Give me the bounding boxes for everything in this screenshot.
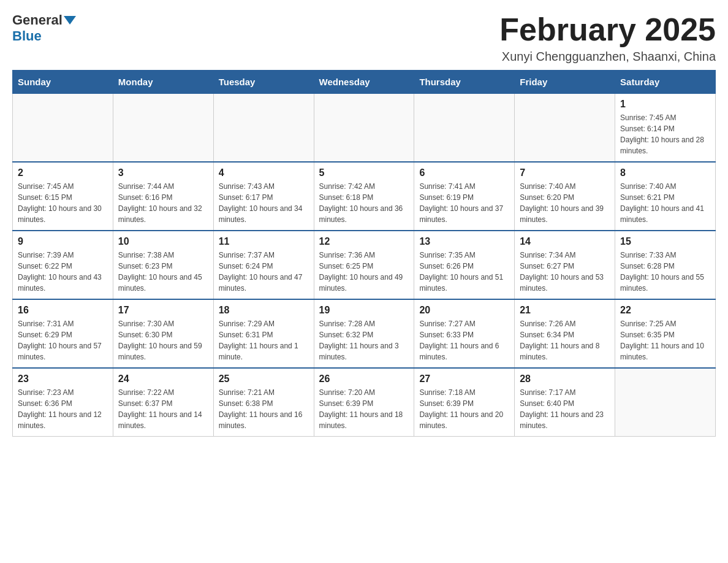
day-number: 11 [219,236,309,247]
day-info: Sunrise: 7:29 AMSunset: 6:31 PMDaylight:… [219,318,309,362]
calendar-cell: 17Sunrise: 7:30 AMSunset: 6:30 PMDayligh… [113,299,213,368]
calendar-cell: 16Sunrise: 7:31 AMSunset: 6:29 PMDayligh… [13,299,113,368]
day-number: 26 [319,373,409,385]
day-info: Sunrise: 7:40 AMSunset: 6:20 PMDaylight:… [520,181,610,225]
calendar-table: SundayMondayTuesdayWednesdayThursdayFrid… [12,70,716,437]
calendar-cell: 18Sunrise: 7:29 AMSunset: 6:31 PMDayligh… [213,299,314,368]
calendar-cell: 28Sunrise: 7:17 AMSunset: 6:40 PMDayligh… [515,368,615,437]
calendar-cell [13,94,113,163]
logo-general-text: General [12,12,63,28]
day-info: Sunrise: 7:23 AMSunset: 6:36 PMDaylight:… [18,387,108,431]
calendar-cell: 27Sunrise: 7:18 AMSunset: 6:39 PMDayligh… [414,368,515,437]
day-number: 27 [419,373,509,385]
day-number: 4 [219,167,309,178]
weekday-header-saturday: Saturday [615,71,716,94]
day-info: Sunrise: 7:42 AMSunset: 6:18 PMDaylight:… [319,181,409,225]
day-info: Sunrise: 7:39 AMSunset: 6:22 PMDaylight:… [18,250,108,294]
calendar-cell: 2Sunrise: 7:45 AMSunset: 6:15 PMDaylight… [13,162,113,231]
calendar-cell [314,94,414,163]
logo-blue-text: Blue [12,28,42,44]
weekday-header-sunday: Sunday [13,71,113,94]
day-info: Sunrise: 7:33 AMSunset: 6:28 PMDaylight:… [620,250,710,294]
calendar-cell: 23Sunrise: 7:23 AMSunset: 6:36 PMDayligh… [13,368,113,437]
day-number: 8 [620,167,710,178]
calendar-cell: 26Sunrise: 7:20 AMSunset: 6:39 PMDayligh… [314,368,414,437]
day-number: 28 [520,373,610,385]
day-info: Sunrise: 7:43 AMSunset: 6:17 PMDaylight:… [219,181,309,225]
calendar-cell: 7Sunrise: 7:40 AMSunset: 6:20 PMDaylight… [515,162,615,231]
day-info: Sunrise: 7:27 AMSunset: 6:33 PMDaylight:… [419,318,509,362]
calendar-cell: 6Sunrise: 7:41 AMSunset: 6:19 PMDaylight… [414,162,515,231]
day-number: 15 [620,236,710,247]
calendar-cell: 4Sunrise: 7:43 AMSunset: 6:17 PMDaylight… [213,162,314,231]
logo: General Blue [12,12,77,44]
day-info: Sunrise: 7:45 AMSunset: 6:15 PMDaylight:… [18,181,108,225]
day-number: 7 [520,167,610,178]
day-number: 17 [118,305,208,316]
day-info: Sunrise: 7:22 AMSunset: 6:37 PMDaylight:… [118,387,208,431]
calendar-cell [515,94,615,163]
calendar-cell [615,368,716,437]
day-number: 12 [319,236,409,247]
day-info: Sunrise: 7:36 AMSunset: 6:25 PMDaylight:… [319,250,409,294]
day-number: 18 [219,305,309,316]
weekday-header-tuesday: Tuesday [213,71,314,94]
day-number: 25 [219,373,309,385]
day-info: Sunrise: 7:26 AMSunset: 6:34 PMDaylight:… [520,318,610,362]
calendar-cell: 13Sunrise: 7:35 AMSunset: 6:26 PMDayligh… [414,231,515,299]
day-number: 22 [620,305,710,316]
day-number: 19 [319,305,409,316]
calendar-cell [113,94,213,163]
day-info: Sunrise: 7:44 AMSunset: 6:16 PMDaylight:… [118,181,208,225]
day-info: Sunrise: 7:25 AMSunset: 6:35 PMDaylight:… [620,318,710,362]
calendar-cell: 22Sunrise: 7:25 AMSunset: 6:35 PMDayligh… [615,299,716,368]
calendar-cell: 24Sunrise: 7:22 AMSunset: 6:37 PMDayligh… [113,368,213,437]
day-info: Sunrise: 7:17 AMSunset: 6:40 PMDaylight:… [520,387,610,431]
day-number: 16 [18,305,108,316]
calendar-cell: 19Sunrise: 7:28 AMSunset: 6:32 PMDayligh… [314,299,414,368]
day-info: Sunrise: 7:21 AMSunset: 6:38 PMDaylight:… [219,387,309,431]
day-number: 23 [18,373,108,385]
calendar-cell: 12Sunrise: 7:36 AMSunset: 6:25 PMDayligh… [314,231,414,299]
calendar-week-row-5: 23Sunrise: 7:23 AMSunset: 6:36 PMDayligh… [13,368,716,437]
day-number: 21 [520,305,610,316]
day-number: 6 [419,167,509,178]
calendar-week-row-4: 16Sunrise: 7:31 AMSunset: 6:29 PMDayligh… [13,299,716,368]
day-info: Sunrise: 7:28 AMSunset: 6:32 PMDaylight:… [319,318,409,362]
calendar-week-row-1: 1Sunrise: 7:45 AMSunset: 6:14 PMDaylight… [13,94,716,163]
calendar-cell: 20Sunrise: 7:27 AMSunset: 6:33 PMDayligh… [414,299,515,368]
calendar-cell: 1Sunrise: 7:45 AMSunset: 6:14 PMDaylight… [615,94,716,163]
weekday-header-row: SundayMondayTuesdayWednesdayThursdayFrid… [13,71,716,94]
day-number: 14 [520,236,610,247]
day-number: 13 [419,236,509,247]
day-info: Sunrise: 7:37 AMSunset: 6:24 PMDaylight:… [219,250,309,294]
calendar-cell: 8Sunrise: 7:40 AMSunset: 6:21 PMDaylight… [615,162,716,231]
day-info: Sunrise: 7:31 AMSunset: 6:29 PMDaylight:… [18,318,108,362]
day-info: Sunrise: 7:18 AMSunset: 6:39 PMDaylight:… [419,387,509,431]
day-info: Sunrise: 7:41 AMSunset: 6:19 PMDaylight:… [419,181,509,225]
day-number: 5 [319,167,409,178]
calendar-week-row-2: 2Sunrise: 7:45 AMSunset: 6:15 PMDaylight… [13,162,716,231]
calendar-cell: 15Sunrise: 7:33 AMSunset: 6:28 PMDayligh… [615,231,716,299]
day-number: 10 [118,236,208,247]
calendar-cell [414,94,515,163]
title-section: February 2025 Xunyi Chengguanzhen, Shaan… [499,12,716,64]
weekday-header-monday: Monday [113,71,213,94]
weekday-header-friday: Friday [515,71,615,94]
calendar-week-row-3: 9Sunrise: 7:39 AMSunset: 6:22 PMDaylight… [13,231,716,299]
day-info: Sunrise: 7:34 AMSunset: 6:27 PMDaylight:… [520,250,610,294]
calendar-cell: 21Sunrise: 7:26 AMSunset: 6:34 PMDayligh… [515,299,615,368]
day-number: 1 [620,99,710,110]
calendar-cell: 3Sunrise: 7:44 AMSunset: 6:16 PMDaylight… [113,162,213,231]
calendar-cell: 10Sunrise: 7:38 AMSunset: 6:23 PMDayligh… [113,231,213,299]
day-info: Sunrise: 7:30 AMSunset: 6:30 PMDaylight:… [118,318,208,362]
calendar-cell: 11Sunrise: 7:37 AMSunset: 6:24 PMDayligh… [213,231,314,299]
weekday-header-wednesday: Wednesday [314,71,414,94]
location-text: Xunyi Chengguanzhen, Shaanxi, China [499,50,716,64]
page-header: General Blue February 2025 Xunyi Chenggu… [12,12,716,64]
day-number: 9 [18,236,108,247]
day-number: 24 [118,373,208,385]
day-number: 20 [419,305,509,316]
month-title: February 2025 [499,12,716,47]
calendar-cell: 9Sunrise: 7:39 AMSunset: 6:22 PMDaylight… [13,231,113,299]
